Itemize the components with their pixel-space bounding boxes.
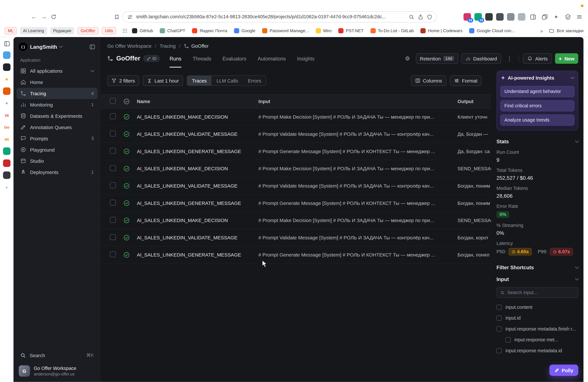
insight-action-button[interactable]: Find critical errors <box>500 100 575 111</box>
row-checkbox[interactable] <box>110 217 116 223</box>
back-button[interactable]: ← <box>29 12 39 22</box>
project-tab[interactable]: Automations <box>258 49 286 67</box>
filter-shortcuts-section-header[interactable]: Filter Shortcuts <box>497 265 578 270</box>
table-row[interactable]: AI_SALES_LINKEDIN_MAKE_DECISION # Prompt… <box>101 160 491 177</box>
alerts-button[interactable]: Alerts <box>523 53 552 64</box>
breadcrumb-workspace[interactable]: Go Offer Workspace <box>107 43 152 49</box>
segment-option[interactable]: Errors <box>243 76 266 85</box>
polly-button[interactable]: Polly <box>549 365 578 376</box>
sidebar-item-monitoring[interactable]: Monitoring 1 <box>17 99 98 110</box>
extension-icon[interactable] <box>496 13 504 21</box>
row-checkbox[interactable] <box>110 234 116 240</box>
pinned-tab[interactable] <box>2 63 11 72</box>
table-row[interactable]: AI_SALES_LINKEDIN_GENERATE_MESSAGE # Pro… <box>101 246 491 264</box>
sidebar-item-datasets-experiments[interactable]: Datasets & Experiments <box>17 110 98 122</box>
pinned-tab[interactable]: ✦ <box>2 99 11 108</box>
bookmark-folder-chip[interactable]: GoOffer <box>77 27 99 35</box>
sidebar-item-home[interactable]: Home <box>17 76 98 88</box>
sidebar-item-annotation-queues[interactable]: Annotation Queues <box>17 122 98 133</box>
bookmarks-overflow-chevron[interactable]: » <box>540 28 543 34</box>
row-checkbox[interactable] <box>110 182 116 188</box>
table-row[interactable]: AI_SALES_LINKEDIN_GENERATE_MESSAGE # Pro… <box>101 195 491 212</box>
option-checkbox[interactable] <box>505 337 511 342</box>
scrollbar-track[interactable] <box>583 37 588 382</box>
langsmith-logo-text[interactable]: LangSmith <box>30 44 57 50</box>
input-section-header[interactable]: Input <box>497 276 578 282</box>
pinned-tab[interactable]: ✳ <box>2 75 11 84</box>
extension-icon[interactable]: 18 <box>463 13 471 21</box>
run-name[interactable]: AI_SALES_LINKEDIN_VALIDATE_MESSAGE <box>137 131 258 137</box>
chevron-down-icon[interactable] <box>570 75 574 79</box>
input-filter-option[interactable]: input.content <box>497 302 578 313</box>
breadcrumb-tracing[interactable]: Tracing <box>160 43 176 49</box>
option-checkbox[interactable] <box>497 304 502 310</box>
input-filter-option[interactable]: input.id <box>497 312 578 323</box>
windows-icon[interactable] <box>540 13 549 21</box>
address-bar[interactable]: smith.langchain.com/o/c23b560a-87e2-5c14… <box>123 11 437 22</box>
shield-icon[interactable] <box>427 14 432 20</box>
segment-option[interactable]: LLM Calls <box>211 76 243 85</box>
table-row[interactable]: AI_SALES_LINKEDIN_VALIDATE_MESSAGE # Pro… <box>101 177 491 195</box>
pinned-tab[interactable]: MI <box>2 135 11 144</box>
run-name[interactable]: AI_SALES_LINKEDIN_VALIDATE_MESSAGE <box>137 235 258 240</box>
pinned-tab[interactable] <box>2 159 11 168</box>
pinned-tab[interactable]: Go <box>2 123 11 132</box>
settings-gear-icon[interactable]: ⚙ <box>402 53 413 64</box>
workspace-switcher[interactable]: G Go Offer Workspace anderson@go-offer.u… <box>17 361 98 377</box>
row-checkbox[interactable] <box>110 199 116 205</box>
bookmark-folder-chip[interactable]: ML <box>5 27 17 35</box>
project-tab[interactable]: Evaluators <box>222 49 246 67</box>
url-text[interactable]: smith.langchain.com/o/c23b560a-87e2-5c14… <box>136 14 405 20</box>
row-checkbox[interactable] <box>110 130 116 136</box>
all-bookmarks-button[interactable]: Все закладки <box>549 28 584 33</box>
search-icon[interactable] <box>409 14 414 20</box>
dashboard-button[interactable]: Dashboard <box>461 53 501 64</box>
row-checkbox[interactable] <box>110 165 116 171</box>
extension-icon[interactable] <box>485 13 493 21</box>
filters-button[interactable]: 2 filters <box>107 75 139 86</box>
bookmark-item[interactable]: Miro <box>316 28 332 33</box>
insight-action-button[interactable]: Understand agent behavior <box>500 86 575 97</box>
bookmark-item[interactable]: Яндекс Почта <box>192 28 227 33</box>
pinned-tab[interactable] <box>2 171 11 180</box>
project-id-badge[interactable]: ID <box>143 55 160 62</box>
option-checkbox[interactable] <box>497 315 502 320</box>
bookmark-folder-chip[interactable]: AI Learning <box>20 27 47 35</box>
input-search-box[interactable] <box>497 287 578 298</box>
segment-option[interactable]: Traces <box>187 76 212 85</box>
forward-button[interactable]: → <box>39 12 49 22</box>
column-header-name[interactable]: Name <box>137 99 258 104</box>
extension-icon[interactable] <box>507 13 514 21</box>
project-tab[interactable]: Runs <box>169 49 181 67</box>
project-tab[interactable]: Insights <box>297 49 315 67</box>
pinned-tab[interactable] <box>2 86 11 96</box>
privacy-shield-icon[interactable] <box>564 13 572 21</box>
pinned-tab[interactable] <box>2 51 11 60</box>
extension-icon[interactable]: 19 <box>474 13 482 21</box>
new-button[interactable]: + New <box>555 53 578 64</box>
run-name[interactable]: AI_SALES_LINKEDIN_GENERATE_MESSAGE <box>137 149 258 154</box>
site-settings-icon[interactable] <box>127 14 133 20</box>
run-name[interactable]: AI_SALES_LINKEDIN_MAKE_DECISION <box>137 218 258 223</box>
bookmark-item[interactable]: Google Cloud con... <box>469 28 515 33</box>
sidebar-item-all-applications[interactable]: All applications <box>17 65 98 76</box>
sidebar-item-playground[interactable]: Playground <box>17 144 98 155</box>
sidebar-item-studio[interactable]: Studio <box>17 155 98 167</box>
sidebar-item-deployments[interactable]: Deployments 1 <box>17 167 98 178</box>
insight-action-button[interactable]: Analyze usage trends <box>500 114 575 126</box>
retention-button[interactable]: Retention 14d <box>416 53 458 64</box>
row-checkbox[interactable] <box>110 113 116 119</box>
menu-icon[interactable] <box>575 13 584 21</box>
run-name[interactable]: AI_SALES_LINKEDIN_MAKE_DECISION <box>137 166 258 171</box>
extension-icon[interactable] <box>518 13 525 21</box>
reload-button[interactable] <box>49 12 59 22</box>
table-row[interactable]: AI_SALES_LINKEDIN_MAKE_DECISION # Prompt… <box>101 108 491 126</box>
split-view-icon[interactable] <box>529 13 537 21</box>
apps-grid-icon[interactable] <box>122 28 127 33</box>
chevron-down-icon[interactable] <box>59 44 63 48</box>
pinned-tab[interactable]: + <box>2 183 11 192</box>
pinned-tab[interactable] <box>2 147 11 156</box>
bookmark-item[interactable]: Home | Codewars <box>420 28 462 33</box>
pinned-tab[interactable]: Ut <box>2 111 11 120</box>
time-range-button[interactable]: Last 1 hour <box>143 75 183 86</box>
